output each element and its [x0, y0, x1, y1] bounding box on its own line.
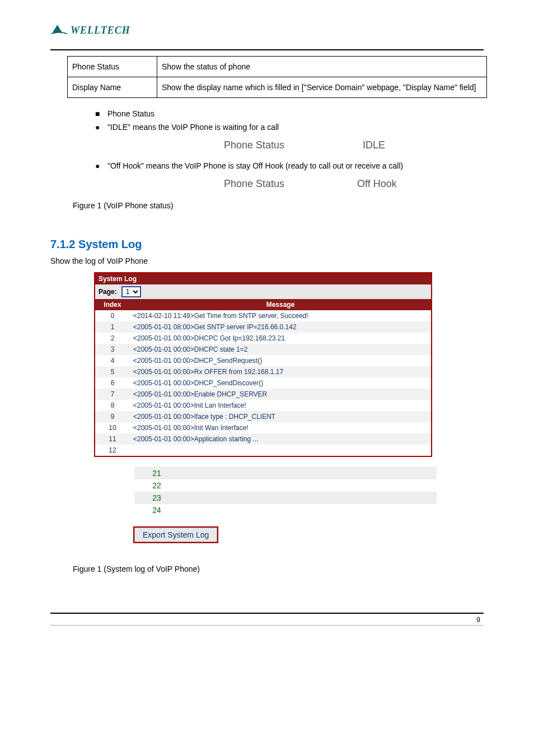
syslog-row: 5<2005-01-01 00:00>Rx OFFER from 192.168…: [95, 366, 431, 377]
table-row: Phone Status Show the status of phone: [68, 57, 487, 77]
phone-status-figure-offhook: Phone Status Off Hook: [224, 178, 484, 190]
syslog-message: [130, 445, 431, 456]
syslog-message: <2014-02-10 11:49>Get Time from SNTP ser…: [130, 310, 431, 321]
syslog-message: <2005-01-01 00:00>Iface type : DHCP_CLIE…: [130, 411, 431, 422]
row-index: 21: [134, 467, 179, 479]
system-log-title: System Log: [95, 273, 431, 284]
syslog-row: 10<2005-01-01 00:00>Init Wan Interface!: [95, 422, 431, 433]
syslog-message: <2005-01-01 00:00>Init Wan Interface!: [130, 422, 431, 433]
syslog-message: <2005-01-01 08:00>Get SNTP server IP=216…: [130, 321, 431, 333]
syslog-message: <2005-01-01 00:00>Init Lan Interface!: [130, 400, 431, 411]
fig-label: Phone Status: [224, 139, 284, 151]
fig-label: Phone Status: [224, 178, 284, 190]
syslog-row: 3<2005-01-01 00:00>DHCPC state 1=2: [95, 344, 431, 355]
phone-status-figure-idle: Phone Status IDLE: [224, 139, 484, 151]
export-system-log-button[interactable]: Export System Log: [134, 528, 217, 542]
cell-label: Phone Status: [68, 57, 157, 77]
table-row: Display Name Show the display name which…: [68, 77, 487, 98]
section-desc: Show the log of VoIP Phone: [50, 256, 484, 265]
bullet-icon: ●: [95, 123, 107, 132]
header-rule: [50, 49, 484, 50]
footer-rule-light: [50, 625, 484, 626]
syslog-row: 7<2005-01-01 00:00>Enable DHCP_SERVER: [95, 389, 431, 400]
system-log-panel: System Log Page: 1 Index Message 0<2014-…: [95, 273, 431, 456]
cell-value: Show the display name which is filled in…: [157, 77, 487, 98]
syslog-row: 8<2005-01-01 00:00>Init Lan Interface!: [95, 400, 431, 411]
syslog-index: 6: [95, 377, 130, 389]
fig-value: Off Hook: [357, 178, 397, 190]
cell-label: Display Name: [68, 77, 157, 98]
syslog-index: 9: [95, 411, 130, 422]
logo-text: WELLTECH: [71, 25, 130, 36]
syslog-row: 11<2005-01-01 00:00>Application starting…: [95, 433, 431, 445]
syslog-index: 1: [95, 321, 130, 333]
row-index: 22: [134, 479, 179, 492]
syslog-index: 8: [95, 400, 130, 411]
figure-caption-1: Figure 1 (VoIP Phone status): [73, 201, 484, 210]
logo-icon: [50, 22, 68, 38]
figure-caption-2: Figure 1 (System log of VoIP Phone): [73, 564, 484, 573]
syslog-index: 12: [95, 445, 130, 456]
cell-value: Show the status of phone: [157, 57, 487, 77]
syslog-row: 9<2005-01-01 00:00>Iface type : DHCP_CLI…: [95, 411, 431, 422]
syslog-message: <2005-01-01 00:00>Rx OFFER from 192.168.…: [130, 366, 431, 377]
section-title: 7.1.2 System Log: [50, 238, 484, 251]
syslog-row: 2<2005-01-01 00:00>DHCPC Got Ip=192.168.…: [95, 333, 431, 344]
col-message: Message: [130, 299, 431, 310]
syslog-row: 4<2005-01-01 00:00>DHCP_SendRequest(): [95, 355, 431, 366]
phone-status-table: Phone Status Show the status of phone Di…: [67, 56, 487, 98]
bullet-icon: ■: [95, 109, 107, 118]
syslog-message: <2005-01-01 00:00>DHCP_SendRequest(): [130, 355, 431, 366]
bullet-icon: ●: [95, 161, 107, 170]
syslog-index: 11: [95, 433, 130, 445]
syslog-index: 7: [95, 389, 130, 400]
bullet-text: "IDLE" means the VoIP Phone is waiting f…: [107, 123, 279, 132]
syslog-row: 0<2014-02-10 11:49>Get Time from SNTP se…: [95, 310, 431, 321]
syslog-message: <2005-01-01 00:00>DHCPC Got Ip=192.168.2…: [130, 333, 431, 344]
syslog-row: 12: [95, 445, 431, 456]
bullet-text: "Off Hook" means the VoIP Phone is stay …: [107, 161, 403, 170]
row-index: 23: [134, 492, 179, 504]
syslog-index: 4: [95, 355, 130, 366]
syslog-index: 2: [95, 333, 130, 344]
fig-value: IDLE: [363, 139, 385, 151]
syslog-message: <2005-01-01 00:00>DHCP_SendDiscover(): [130, 377, 431, 389]
label: Phone Status: [107, 109, 154, 118]
page-label: Page:: [99, 288, 117, 296]
syslog-message: <2005-01-01 00:00>Application starting .…: [130, 433, 431, 445]
empty-rows-figure: 21 22 23 24: [134, 467, 437, 516]
row-index: 24: [134, 504, 179, 516]
page-select[interactable]: 1: [121, 286, 141, 297]
phone-status-description: ■ Phone Status ● "IDLE" means the VoIP P…: [95, 109, 484, 190]
syslog-row: 6<2005-01-01 00:00>DHCP_SendDiscover(): [95, 377, 431, 389]
syslog-message: <2005-01-01 00:00>DHCPC state 1=2: [130, 344, 431, 355]
syslog-index: 0: [95, 310, 130, 321]
syslog-message: <2005-01-01 00:00>Enable DHCP_SERVER: [130, 389, 431, 400]
syslog-index: 3: [95, 344, 130, 355]
col-index: Index: [95, 299, 130, 310]
logo: WELLTECH: [50, 22, 484, 38]
syslog-index: 10: [95, 422, 130, 433]
footer-rule: [50, 613, 484, 614]
page-number: 9: [476, 616, 480, 624]
syslog-index: 5: [95, 366, 130, 377]
syslog-row: 1<2005-01-01 08:00>Get SNTP server IP=21…: [95, 321, 431, 333]
